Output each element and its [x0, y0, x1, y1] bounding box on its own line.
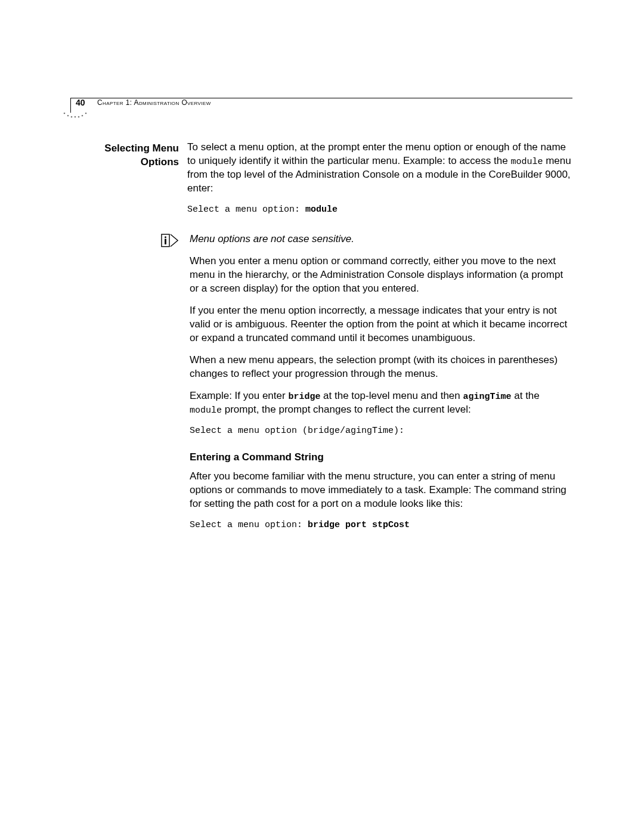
- svg-point-1: [67, 115, 69, 117]
- code-line-2: Select a menu option (bridge/agingTime):: [190, 425, 572, 437]
- text: prompt, the prompt changes to reflect th…: [222, 404, 471, 415]
- svg-rect-9: [165, 239, 166, 244]
- info-icon: [161, 234, 179, 247]
- code-line-1: Select a menu option: module: [187, 204, 572, 216]
- code-line-3: Select a menu option: bridge port stpCos…: [190, 519, 572, 531]
- paragraph: When you enter a menu option or command …: [190, 255, 572, 296]
- svg-point-4: [78, 116, 80, 118]
- ornament-dots-icon: [62, 109, 91, 120]
- running-header: 40 Chapter 1: Administration Overview: [70, 98, 572, 113]
- text: Example: If you enter: [190, 390, 288, 401]
- text: at the: [512, 390, 540, 401]
- code-prompt: Select a menu option:: [190, 520, 308, 530]
- section-heading: Selecting Menu Options: [72, 141, 187, 224]
- paragraph-example: Example: If you enter bridge at the top-…: [190, 389, 572, 417]
- inline-code-bold: agingTime: [463, 392, 512, 402]
- inline-code: module: [190, 405, 222, 416]
- code-user-input: module: [305, 205, 338, 215]
- content-area: Selecting Menu Options To select a menu …: [72, 141, 572, 540]
- code-user-input: bridge port stpCost: [308, 520, 410, 530]
- chapter-label: Chapter 1: Administration Overview: [97, 98, 211, 107]
- text: To select a menu option, at the prompt e…: [187, 141, 566, 166]
- code-prompt: Select a menu option:: [187, 205, 305, 215]
- svg-point-3: [75, 116, 76, 118]
- inline-code: module: [510, 157, 543, 167]
- text: at the top-level menu and then: [320, 390, 463, 401]
- svg-point-5: [82, 115, 83, 117]
- svg-point-6: [85, 113, 87, 114]
- paragraph: If you enter the menu option incorrectly…: [190, 304, 572, 345]
- section-heading-line1: Selecting Menu: [104, 143, 179, 154]
- page-number: 40: [76, 97, 85, 109]
- page: 40 Chapter 1: Administration Overview Se…: [0, 0, 644, 833]
- svg-point-2: [71, 116, 73, 118]
- svg-point-8: [165, 236, 166, 238]
- paragraph: When a new menu appears, the selection p…: [190, 354, 572, 381]
- inline-code-bold: bridge: [288, 392, 320, 402]
- intro-paragraph: To select a menu option, at the prompt e…: [187, 141, 572, 196]
- paragraph: After you become familiar with the menu …: [190, 470, 572, 511]
- note-text: Menu options are not case sensitive.: [190, 233, 572, 246]
- svg-point-0: [64, 113, 66, 114]
- sub-heading: Entering a Command String: [190, 451, 572, 465]
- section-heading-line2: Options: [141, 156, 179, 168]
